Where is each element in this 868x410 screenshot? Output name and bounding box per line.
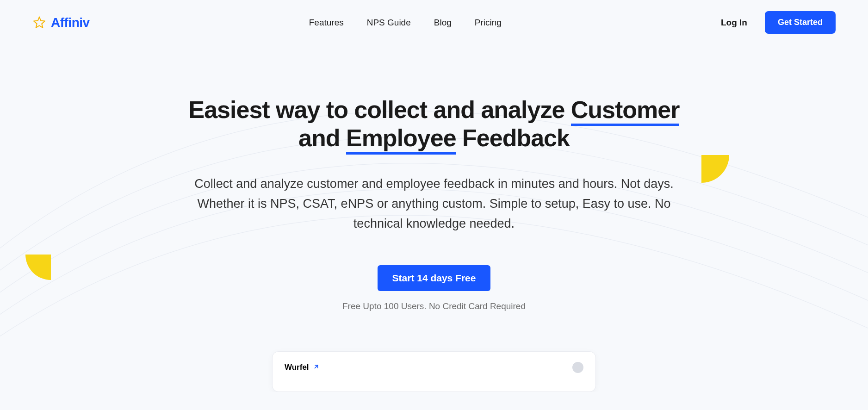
external-link-icon (313, 363, 320, 372)
preview-brand-label: Wurfel (285, 363, 309, 372)
get-started-button[interactable]: Get Started (765, 11, 836, 34)
preview-brand-wrap[interactable]: Wurfel (285, 363, 320, 372)
hero-title-underline-customer: Customer (571, 96, 680, 124)
hero: Easiest way to collect and analyze Custo… (119, 45, 749, 392)
hero-cta-wrap: Start 14 days Free (175, 265, 693, 291)
nav-links: Features NPS Guide Blog Pricing (309, 18, 502, 28)
nav-nps-guide[interactable]: NPS Guide (367, 18, 411, 28)
hero-title-underline-employee: Employee (346, 124, 456, 152)
hero-title-part: Easiest way to collect and analyze (189, 96, 571, 123)
nav-features[interactable]: Features (309, 18, 344, 28)
hero-subtitle: Collect and analyze customer and employe… (175, 174, 693, 234)
hero-title: Easiest way to collect and analyze Custo… (175, 96, 693, 153)
logo[interactable]: Affiniv (32, 15, 90, 30)
hero-title-part: Feedback (456, 124, 570, 151)
start-free-button[interactable]: Start 14 days Free (378, 265, 491, 291)
nav-pricing[interactable]: Pricing (475, 18, 502, 28)
star-icon (32, 16, 46, 30)
nav-actions: Log In Get Started (721, 11, 836, 34)
nav-blog[interactable]: Blog (434, 18, 452, 28)
preview-card: Wurfel (272, 351, 596, 392)
hero-note: Free Upto 100 Users. No Credit Card Requ… (175, 301, 693, 311)
hero-title-part: and (298, 124, 346, 151)
login-link[interactable]: Log In (721, 18, 747, 28)
avatar[interactable] (572, 362, 583, 373)
preview-card-header: Wurfel (285, 362, 583, 373)
navbar: Affiniv Features NPS Guide Blog Pricing … (0, 0, 868, 45)
logo-text: Affiniv (51, 15, 90, 30)
